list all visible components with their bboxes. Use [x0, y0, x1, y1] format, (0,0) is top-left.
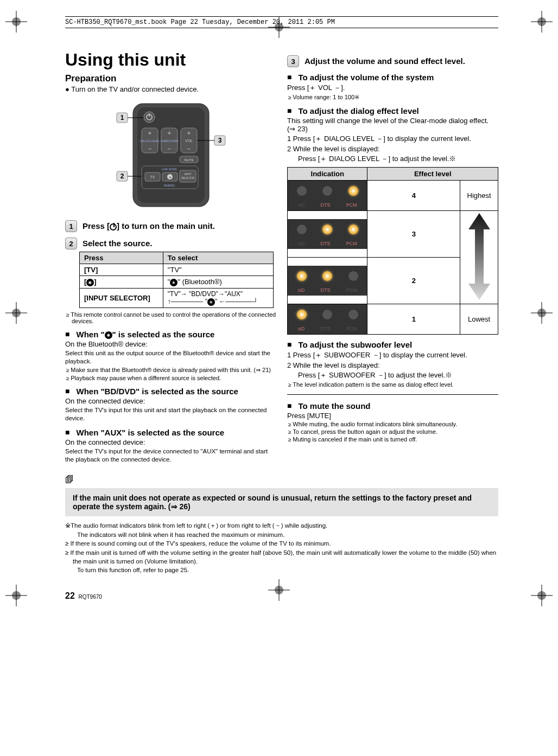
svg-text:3: 3: [218, 137, 221, 144]
power-icon: [110, 223, 117, 230]
eff-th-indication: Indication: [288, 168, 367, 181]
dialog-intro: This setting will change the level of th…: [287, 117, 498, 133]
step-badge-1: 1: [65, 220, 77, 232]
vol-press: Press [＋ VOL －].: [287, 83, 498, 93]
step-3-text: Adjust the volume and sound effect level…: [305, 55, 465, 66]
table-row: [∗] "∗" (Bluetooth®): [80, 276, 274, 289]
bluetooth-icon: ∗: [105, 331, 112, 339]
bluetooth-icon: ∗: [170, 279, 177, 286]
svg-text:MUTE: MUTE: [184, 158, 193, 162]
svg-text:−: −: [148, 145, 151, 152]
aux-device-line: On the connected device:: [65, 438, 276, 446]
effect-table: Indication Effect level ⧈DDTSPCM 4 Highe…: [287, 167, 498, 335]
lamp-icon: [322, 225, 332, 234]
footnote-2: ≥ If there is sound coming out of the TV…: [65, 540, 498, 548]
svg-text:1: 1: [120, 114, 124, 121]
lamp-icon: [348, 186, 358, 196]
when-bddvd-heading: ■When "BD/DVD" is selected as the source: [65, 387, 276, 396]
lamp-icon: [322, 271, 332, 281]
step-2-text: Select the source.: [83, 238, 152, 248]
bluetooth-icon: ∗: [207, 298, 215, 306]
lamp-icon: [297, 271, 307, 281]
subw-note: The level indication pattern is the same…: [287, 381, 498, 388]
step-badge-3: 3: [287, 55, 299, 67]
adjust-dialog-heading: ■To adjust the dialog effect level: [287, 106, 498, 116]
dialog-step1: 1 Press [＋ DIALOG LEVEL －] to display th…: [287, 134, 498, 144]
lamp-icon: [348, 310, 358, 319]
svg-marker-63: [468, 213, 490, 300]
lamp-icon: [322, 186, 332, 196]
svg-text:−: −: [187, 145, 190, 152]
lamp-icon: [297, 186, 307, 196]
source-table: Press To select [TV] "TV" [∗] "∗" (Bluet…: [79, 252, 274, 308]
lamp-icon: [348, 271, 358, 281]
bt-pause-note: Playback may pause when a different sour…: [65, 375, 276, 381]
step-1: 1 Press [] to turn on the main unit.: [65, 220, 276, 232]
dialog-step2b: Press [＋ DIALOG LEVEL －] to adjust the l…: [287, 154, 498, 164]
table-row: [TV] "TV": [80, 264, 274, 276]
svg-text:SUBWOOFER: SUBWOOFER: [160, 139, 178, 143]
subw-step1: 1 Press [＋ SUBWOOFER －] to display the c…: [287, 350, 498, 360]
aux-select-line: Select the TV's input for the device con…: [65, 447, 276, 464]
svg-text:PAIRING: PAIRING: [163, 184, 174, 187]
subw-step2a: 2 While the level is displayed:: [287, 361, 498, 369]
svg-rect-50: [180, 170, 196, 182]
svg-text:−: −: [167, 145, 170, 152]
step-3: 3 Adjust the volume and sound effect lev…: [287, 55, 498, 67]
preparation-line: Turn on the TV and/or connected device.: [65, 85, 276, 93]
eff-th-level: Effect level: [367, 168, 498, 181]
bd-device-line: On the connected device:: [65, 397, 276, 405]
lamp-icon: [348, 225, 358, 234]
bt-pair-note: Make sure that the Bluetooth® device is …: [65, 367, 276, 374]
svg-text:+: +: [148, 130, 151, 136]
lamp-icon: [297, 310, 307, 319]
divider: [287, 394, 498, 395]
bt-select-line: Select this unit as the output source of…: [65, 349, 276, 366]
table-row: ⧈DDTSPCM 4 Highest: [288, 181, 498, 211]
step-1-text: Press [] to turn on the main unit.: [83, 220, 215, 230]
table-row: ⧈DDTSPCM 1 Lowest: [288, 304, 498, 335]
step-badge-2: 2: [65, 238, 77, 249]
reset-note-box: If the main unit does not operate as exp…: [65, 488, 498, 516]
page-number: 22 RQT9670: [65, 591, 498, 601]
book-header: SC-HTB350_RQT9670_mst.book Page 22 Tuesd…: [65, 16, 498, 28]
when-aux-heading: ■When "AUX" is selected as the source: [65, 428, 276, 437]
src-th-select: To select: [163, 252, 273, 264]
mute-line: Press [MUTE]: [287, 412, 498, 420]
lamp-icon: [297, 225, 307, 234]
svg-text:+: +: [167, 130, 170, 136]
svg-text:SELECTOR: SELECTOR: [181, 177, 194, 180]
remote-control-note: This remote control cannot be used to co…: [65, 311, 276, 324]
subw-step2b: Press [＋ SUBWOOFER －] to adjust the leve…: [287, 370, 498, 380]
bluetooth-icon: ∗: [86, 279, 94, 286]
dialog-step2a: 2 While the level is displayed:: [287, 145, 498, 153]
note-icon: 🗐: [65, 475, 498, 485]
step-2: 2 Select the source.: [65, 238, 276, 249]
svg-text:2: 2: [120, 172, 124, 180]
footnote-3b: To turn this function off, refer to page…: [65, 566, 498, 575]
footnote-1b: The indicators will not blink when it ha…: [65, 531, 498, 540]
svg-text:∗: ∗: [168, 176, 171, 179]
when-bt-heading: ■When "∗" is selected as the source: [65, 330, 276, 339]
svg-text:DIALOG LEVEL: DIALOG LEVEL: [140, 139, 160, 143]
table-row: ⧈DDTSPCM 3: [288, 211, 498, 258]
page-title: Using this unit: [65, 50, 276, 70]
vol-range-note: Volume range: 1 to 100※: [287, 94, 498, 101]
mute-heading: ■To mute the sound: [287, 401, 498, 411]
src-th-press: Press: [80, 252, 163, 264]
svg-text:INPUT: INPUT: [184, 173, 192, 176]
svg-text:TV: TV: [150, 175, 155, 179]
mute-b1: While muting, the audio format indicator…: [287, 421, 498, 427]
bt-device-line: On the Bluetooth® device:: [65, 340, 276, 348]
mute-b2: To cancel, press the button again or adj…: [287, 428, 498, 435]
table-row: [INPUT SELECTOR] "TV"→ "BD/DVD"→"AUX" ↑─…: [80, 288, 274, 307]
svg-text:LINK MODE: LINK MODE: [162, 168, 177, 171]
svg-text:+: +: [187, 130, 190, 136]
footnote-1a: ※The audio format indicators blink from …: [65, 522, 498, 530]
remote-illustration: + + + − − − DIALOG LEVEL SUBWOOFER VOL M…: [65, 101, 276, 209]
adjust-volume-heading: ■To adjust the volume of the system: [287, 73, 498, 82]
mute-b3: Muting is canceled if the main unit is t…: [287, 436, 498, 443]
preparation-heading: Preparation: [65, 73, 276, 84]
svg-text:VOL: VOL: [185, 139, 192, 143]
footnote-3a: ≥ If the main unit is turned off with th…: [65, 549, 498, 566]
